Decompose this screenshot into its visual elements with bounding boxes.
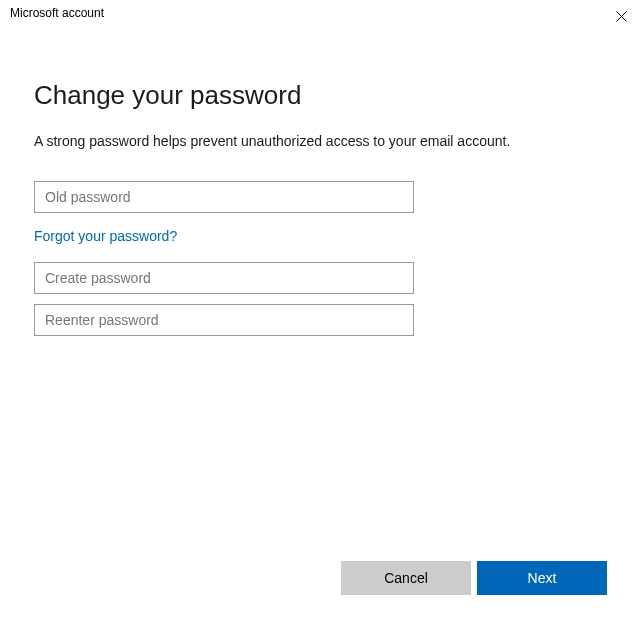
title-bar: Microsoft account (0, 0, 641, 30)
close-icon (616, 11, 627, 22)
page-subtext: A strong password helps prevent unauthor… (34, 133, 607, 149)
forgot-password-link[interactable]: Forgot your password? (34, 228, 177, 244)
reenter-password-input[interactable] (34, 304, 414, 336)
next-button[interactable]: Next (477, 561, 607, 595)
create-password-input[interactable] (34, 262, 414, 294)
window-title: Microsoft account (10, 6, 104, 20)
content-area: Change your password A strong password h… (0, 30, 641, 336)
old-password-input[interactable] (34, 181, 414, 213)
cancel-button[interactable]: Cancel (341, 561, 471, 595)
page-heading: Change your password (34, 80, 607, 111)
footer-buttons: Cancel Next (341, 561, 607, 595)
close-button[interactable] (611, 6, 631, 26)
